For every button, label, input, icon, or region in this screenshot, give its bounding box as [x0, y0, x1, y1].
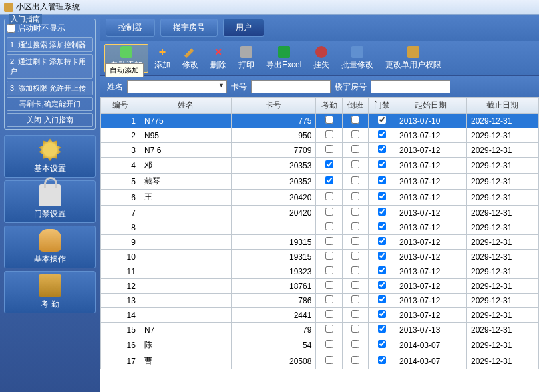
- checkbox[interactable]: [378, 266, 386, 274]
- checkbox[interactable]: [378, 116, 386, 124]
- checkbox[interactable]: [325, 356, 333, 364]
- checkbox[interactable]: [378, 130, 386, 138]
- checkbox[interactable]: [325, 130, 333, 138]
- checkbox[interactable]: [325, 340, 333, 348]
- checkbox[interactable]: [378, 145, 386, 153]
- checkbox[interactable]: [325, 160, 333, 168]
- table-row[interactable]: 1N7757752013-07-102029-12-31: [101, 114, 539, 128]
- checkbox[interactable]: [351, 325, 359, 333]
- table-row[interactable]: 82013-07-122029-12-31: [101, 220, 539, 235]
- checkbox[interactable]: [351, 252, 359, 260]
- table-row[interactable]: 6王204202013-07-122029-12-31: [101, 190, 539, 206]
- table-row[interactable]: 5戴琴203522013-07-122029-12-31: [101, 174, 539, 190]
- nav-basic-ops[interactable]: 基本操作: [4, 226, 96, 268]
- checkbox[interactable]: [325, 281, 333, 289]
- checkbox[interactable]: [378, 281, 386, 289]
- checkbox[interactable]: [351, 237, 359, 245]
- checkbox[interactable]: [325, 145, 333, 153]
- table-row[interactable]: 3N7 677092013-07-122029-12-31: [101, 143, 539, 158]
- checkbox[interactable]: [325, 295, 333, 303]
- col-header[interactable]: 倒班: [342, 98, 369, 114]
- table-row[interactable]: 10193152013-07-122029-12-31: [101, 250, 539, 264]
- col-header[interactable]: 编号: [101, 98, 140, 114]
- table-row[interactable]: 9193152013-07-122029-12-31: [101, 235, 539, 250]
- checkbox[interactable]: [325, 266, 333, 274]
- checkbox[interactable]: [325, 325, 333, 333]
- table-row[interactable]: 137862013-07-122029-12-31: [101, 294, 539, 308]
- tool-edit[interactable]: 修改: [176, 44, 204, 73]
- checkbox[interactable]: [351, 145, 359, 153]
- guide-step-1[interactable]: 1. 通过搜索 添加控制器: [7, 37, 93, 52]
- checkbox[interactable]: [351, 281, 359, 289]
- table-row[interactable]: 15N7792013-07-132029-12-31: [101, 323, 539, 337]
- checkbox[interactable]: [351, 192, 359, 200]
- checkbox[interactable]: [325, 310, 333, 318]
- checkbox[interactable]: [378, 208, 386, 216]
- tool-print[interactable]: 打印: [232, 44, 260, 73]
- checkbox[interactable]: [378, 237, 386, 245]
- table-row[interactable]: 4邓203532013-07-122029-12-31: [101, 158, 539, 174]
- checkbox[interactable]: [351, 356, 359, 364]
- checkbox[interactable]: [378, 192, 386, 200]
- checkbox[interactable]: [378, 340, 386, 348]
- table-row[interactable]: 7204202013-07-122029-12-31: [101, 206, 539, 220]
- checkbox[interactable]: [378, 252, 386, 260]
- filter-name-input[interactable]: [127, 80, 227, 93]
- col-header[interactable]: 截止日期: [466, 98, 538, 114]
- table-row[interactable]: 11193232013-07-122029-12-31: [101, 264, 539, 279]
- tab-2[interactable]: 用户: [223, 19, 264, 37]
- checkbox[interactable]: [351, 295, 359, 303]
- col-header[interactable]: 起始日期: [395, 98, 466, 114]
- checkbox[interactable]: [325, 116, 333, 124]
- guide-hide-input[interactable]: [7, 24, 15, 33]
- guide-step-2[interactable]: 2. 通过刷卡 添加持卡用户: [7, 54, 93, 79]
- tool-delete[interactable]: ×删除: [204, 44, 232, 73]
- tool-export-excel[interactable]: 导出Excel: [260, 44, 307, 73]
- checkbox[interactable]: [378, 222, 386, 230]
- nav-basic-settings[interactable]: 基本设置: [4, 135, 96, 178]
- checkbox[interactable]: [378, 310, 386, 318]
- checkbox[interactable]: [378, 295, 386, 303]
- tab-1[interactable]: 楼宇房号: [160, 19, 218, 37]
- tool-add[interactable]: +添加: [148, 44, 176, 73]
- checkbox[interactable]: [378, 176, 386, 184]
- checkbox[interactable]: [351, 130, 359, 138]
- checkbox[interactable]: [351, 176, 359, 184]
- checkbox[interactable]: [351, 208, 359, 216]
- tool-auto-add[interactable]: 自动添加自动添加: [104, 44, 148, 73]
- checkbox[interactable]: [325, 192, 333, 200]
- tool-batch-edit[interactable]: 批量修改: [335, 44, 379, 73]
- filter-room-input[interactable]: [371, 80, 450, 93]
- nav-attendance[interactable]: 考 勤: [4, 271, 96, 313]
- col-header[interactable]: 考勤: [316, 98, 343, 114]
- checkbox[interactable]: [351, 160, 359, 168]
- col-header[interactable]: 姓名: [140, 98, 231, 114]
- checkbox[interactable]: [378, 356, 386, 364]
- checkbox[interactable]: [325, 176, 333, 184]
- guide-close-button[interactable]: 关闭 入门指南: [7, 113, 93, 127]
- checkbox[interactable]: [325, 252, 333, 260]
- nav-access-settings[interactable]: 门禁设置: [4, 180, 96, 223]
- col-header[interactable]: 门禁: [369, 98, 395, 114]
- checkbox[interactable]: [351, 116, 359, 124]
- tab-0[interactable]: 控制器: [106, 19, 155, 37]
- col-header[interactable]: 卡号: [231, 98, 315, 114]
- checkbox[interactable]: [325, 208, 333, 216]
- table-row[interactable]: 17曹205082014-03-072029-12-31: [101, 353, 539, 369]
- tool-change-perm[interactable]: 更改单用户权限: [379, 44, 447, 73]
- table-area[interactable]: 编号姓名卡号考勤倒班门禁起始日期截止日期 1N7757752013-07-102…: [100, 97, 539, 392]
- checkbox[interactable]: [378, 325, 386, 333]
- filter-card-input[interactable]: [251, 80, 331, 93]
- table-row[interactable]: 1424412013-07-122029-12-31: [101, 308, 539, 323]
- table-row[interactable]: 16陈542014-03-072029-12-31: [101, 337, 539, 353]
- checkbox[interactable]: [325, 237, 333, 245]
- table-row[interactable]: 2N959502013-07-122029-12-31: [101, 128, 539, 143]
- checkbox[interactable]: [351, 310, 359, 318]
- checkbox[interactable]: [351, 340, 359, 348]
- table-row[interactable]: 12187612013-07-122029-12-31: [101, 279, 539, 294]
- checkbox[interactable]: [325, 222, 333, 230]
- tool-report-lost[interactable]: 挂失: [307, 44, 335, 73]
- checkbox[interactable]: [378, 160, 386, 168]
- checkbox[interactable]: [351, 222, 359, 230]
- guide-step-3[interactable]: 3. 添加权限 允许开上传: [7, 81, 93, 95]
